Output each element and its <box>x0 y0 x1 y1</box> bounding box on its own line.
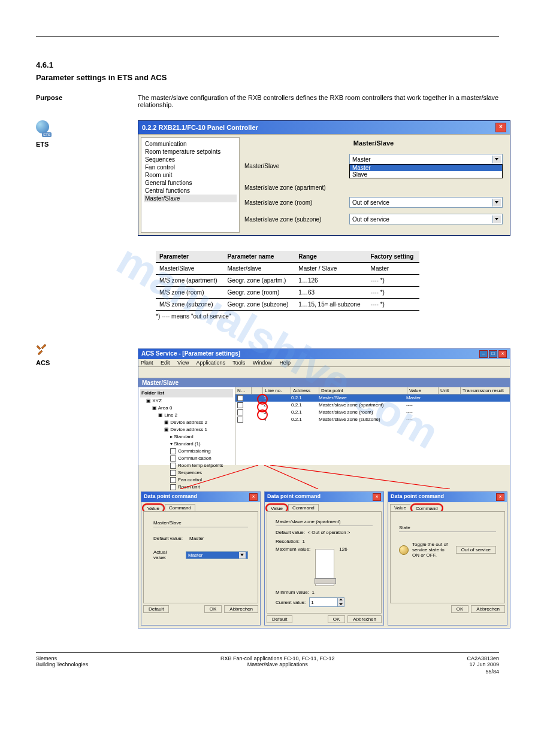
tab-command[interactable]: Command <box>165 504 195 511</box>
ets-list-item[interactable]: Fan control <box>144 163 237 171</box>
menu-item[interactable]: Plant <box>141 360 153 366</box>
footer-right-2: 17 Jun 2009 <box>467 661 499 667</box>
close-icon[interactable]: × <box>496 493 504 501</box>
menu-item[interactable]: Edit <box>161 360 170 366</box>
tree-item[interactable]: Room temp setpoints <box>140 462 233 469</box>
data-grid[interactable]: N… Line no. Address Data point Value Uni… <box>235 387 510 465</box>
tree-item[interactable]: ▣ Area 0 <box>140 405 233 412</box>
ok-button[interactable]: OK <box>204 605 222 613</box>
purpose-text: The master/slave configuration of the RX… <box>138 94 499 108</box>
tree-item[interactable]: ▸ Standard <box>140 433 233 441</box>
grid-row[interactable]: 1 0.2.1 Master/Slave Master <box>235 394 510 402</box>
tree-item[interactable]: ▣ Device address 2 <box>140 419 233 426</box>
menu-item[interactable]: Help <box>279 360 291 366</box>
menu-item[interactable]: Tools <box>232 360 245 366</box>
minimize-icon[interactable]: – <box>479 350 488 358</box>
tab-command[interactable]: Command <box>288 504 319 511</box>
menu-item[interactable]: Window <box>253 360 272 366</box>
ets-list-item[interactable]: General functions <box>144 179 237 187</box>
tree-item[interactable]: Fan control <box>140 476 233 484</box>
ets-row-label: Master/Slave <box>244 163 349 169</box>
dp-label: Master/Slave <box>153 520 248 527</box>
tree-item[interactable]: ▣ Line 2 <box>140 412 233 419</box>
table-row: M/S zone (room) Geogr. zone (room) 1…63 … <box>156 287 419 299</box>
dropdown-option[interactable]: Slave <box>350 171 502 178</box>
master-slave-dropdown[interactable]: Master <box>349 154 503 165</box>
dropdown-list[interactable]: Master Slave <box>349 164 503 178</box>
grid-row[interactable]: 2 0.2.1 Master/slave zone (apartment) --… <box>235 402 510 409</box>
ets-list-item[interactable]: Room unit <box>144 171 237 179</box>
grid-row[interactable]: 3 0.2.1 Master/slave zone (room) ---- <box>235 409 510 416</box>
toolbar[interactable] <box>138 367 510 378</box>
top-rule <box>36 36 499 37</box>
cancel-button[interactable]: Abbrechen <box>471 605 505 613</box>
default-button[interactable]: Default <box>267 615 292 623</box>
footer-left-1: Siemens <box>36 655 88 661</box>
value-slider[interactable] <box>315 549 334 586</box>
tree-item[interactable]: ▣ XYZ <box>140 397 233 405</box>
toggle-text: Toggle the out of service state to ON or… <box>412 542 452 558</box>
slider-thumb[interactable] <box>315 578 336 584</box>
spinner-down-icon[interactable] <box>337 602 344 606</box>
grid-header: Transmission result <box>461 387 510 394</box>
ets-row-label: Master/slave zone (subzone) <box>244 216 349 223</box>
tree-item[interactable]: Commissioning <box>140 448 233 455</box>
state-label: State <box>399 525 496 532</box>
cancel-button[interactable]: Abbrechen <box>347 615 382 623</box>
tree-item[interactable]: Sequences <box>140 469 233 476</box>
spinner-up-icon[interactable] <box>337 598 344 602</box>
tab-value[interactable]: Value <box>390 504 410 511</box>
cell: Master <box>367 263 419 275</box>
tree-item[interactable]: ▣ Device address 1 <box>140 426 233 433</box>
ets-category-list[interactable]: Communication Room temperature setpoints… <box>141 137 240 233</box>
actual-value-select[interactable]: Master <box>186 551 248 559</box>
menu-item[interactable]: Applications <box>196 360 225 366</box>
ets-dialog: 0.2.2 RXB21.1/FC-10 Panel Controller × C… <box>138 120 510 236</box>
ets-list-item[interactable]: Central functions <box>144 187 237 195</box>
tools-icon <box>36 344 48 356</box>
default-label: Default value: <box>276 530 305 535</box>
chevron-down-icon[interactable] <box>492 199 501 207</box>
default-button[interactable]: Default <box>143 605 169 613</box>
out-of-service-button[interactable]: Out of service <box>456 546 496 554</box>
parameter-table: Parameter Parameter name Range Factory s… <box>156 251 419 311</box>
close-icon[interactable]: × <box>495 123 506 132</box>
ets-icon: ETS <box>36 120 53 137</box>
ets-list-item[interactable]: Room temperature setpoints <box>144 148 237 156</box>
cell: M/S zone (apartment) <box>156 275 224 287</box>
ets-list-item[interactable]: Communication <box>144 140 237 148</box>
zone-subzone-dropdown[interactable]: Out of service <box>349 214 503 224</box>
chevron-down-icon[interactable] <box>239 552 246 558</box>
tree-item[interactable]: Communication <box>140 455 233 462</box>
menu-item[interactable]: View <box>177 360 189 366</box>
close-icon[interactable]: × <box>498 350 507 358</box>
default-value: Master <box>189 536 204 541</box>
dropdown-option[interactable]: Master <box>350 165 502 171</box>
dropdown-value: Out of service <box>352 199 389 206</box>
ok-button[interactable]: OK <box>451 605 469 613</box>
tree-item[interactable]: ▾ Standard (1) <box>140 441 233 448</box>
current-value-spinner[interactable] <box>309 597 344 607</box>
chevron-down-icon[interactable] <box>492 156 501 163</box>
chevron-down-icon[interactable] <box>492 215 501 223</box>
close-icon[interactable]: × <box>249 493 258 501</box>
close-icon[interactable]: × <box>373 493 381 501</box>
menu-bar[interactable]: Plant Edit View Applications Tools Windo… <box>138 359 510 367</box>
max-label: Maximum value: <box>276 546 310 552</box>
ets-row-label: Master/slave zone (apartment) <box>244 184 349 191</box>
ok-button[interactable]: OK <box>328 615 346 623</box>
table-row: Master/Slave Master/slave Master / Slave… <box>156 263 419 275</box>
svg-line-2 <box>270 465 450 489</box>
section-title: Parameter settings in ETS and ACS <box>36 73 499 82</box>
folder-tree[interactable]: Folder list ▣ XYZ ▣ Area 0 ▣ Line 2 ▣ De… <box>138 387 235 465</box>
data-point-dialog-2: Data point command × Value Command Maste… <box>264 491 384 626</box>
side-label-acs: ACS <box>36 359 138 366</box>
ets-list-item-selected[interactable]: Master/Slave <box>144 195 237 202</box>
zone-room-dropdown[interactable]: Out of service <box>349 197 503 208</box>
spinner-input[interactable] <box>310 598 337 606</box>
table-header: Parameter <box>156 251 224 263</box>
grid-row[interactable]: 4 0.2.1 Master/slave zone (subzone) ---- <box>235 416 510 423</box>
ets-list-item[interactable]: Sequences <box>144 156 237 163</box>
cancel-button[interactable]: Abbrechen <box>224 605 258 613</box>
maximize-icon[interactable]: □ <box>489 350 497 358</box>
